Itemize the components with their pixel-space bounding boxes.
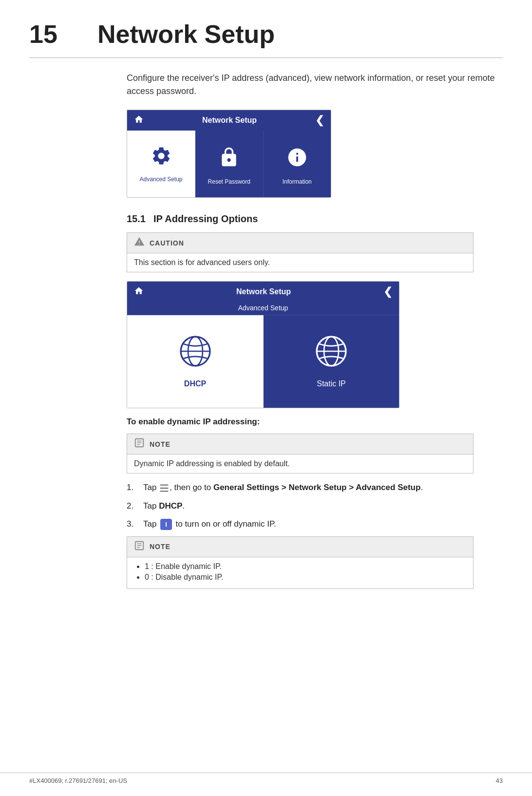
page-footer: #LX400069; r.27691/27691; en-US 43 — [0, 773, 532, 784]
home-icon — [134, 114, 144, 127]
section-title: IP Addressing Options — [153, 213, 258, 225]
device-screen-1: Network Setup ❮ Advanced Setup — [127, 110, 331, 198]
footer-page-num: 43 — [496, 777, 503, 784]
screen2-home-icon — [134, 286, 144, 298]
staticip-label: Static IP — [317, 379, 346, 388]
screen2-subtitle: Advanced Setup — [127, 302, 399, 315]
screen2-staticip-panel: Static IP — [264, 315, 399, 408]
instruction-3: 3. Tap I to turn on or off dynamic IP. — [127, 518, 474, 531]
step2-text: Tap DHCP. — [143, 500, 474, 512]
gear-icon — [151, 145, 172, 171]
screen1-panel-info: Information — [264, 131, 331, 197]
caution-header: CAUTION — [127, 233, 473, 253]
chapter-title: Network Setup — [97, 19, 275, 49]
screen1-left-label: Advanced Setup — [139, 176, 182, 183]
instruction-2: 2. Tap DHCP. — [127, 500, 474, 512]
staticip-globe-icon — [315, 335, 348, 373]
instruction-1: 1. Tap , then go to General Settings > N… — [127, 481, 474, 494]
caution-icon — [134, 236, 145, 249]
screen2-topbar: Network Setup ❮ — [127, 282, 399, 302]
page-header: 15 Network Setup — [29, 19, 503, 49]
dhcp-label: DHCP — [184, 379, 206, 388]
note2-header: NOTE — [127, 537, 473, 557]
screen1-panel-reset-label: Reset Password — [208, 178, 250, 185]
caution-body-text: This section is for advanced users only. — [134, 258, 270, 266]
note2-bullet-1: 1 : Enable dynamic IP. — [145, 562, 466, 571]
intro-text: Configure the receiver's IP address (adv… — [127, 72, 503, 98]
note2-label: NOTE — [150, 543, 171, 550]
note2-body: 1 : Enable dynamic IP. 0 : Disable dynam… — [127, 557, 473, 588]
step3-num: 3. — [127, 518, 143, 531]
note2-icon — [134, 540, 145, 553]
screen1-left-panel: Advanced Setup — [127, 131, 195, 197]
device-screen-2: Network Setup ❮ Advanced Setup DHCP — [127, 281, 399, 408]
info-icon — [286, 147, 308, 172]
instructions-section: To enable dynamic IP addressing: NOTE Dy… — [127, 417, 474, 589]
note1-body-text: Dynamic IP addressing is enabled by defa… — [134, 459, 290, 468]
section-heading: 15.1 IP Addressing Options — [127, 213, 503, 225]
toggle-button: I — [160, 519, 172, 531]
chapter-number: 15 — [29, 19, 68, 49]
back-icon: ❮ — [315, 114, 324, 127]
screen1-panel-reset: Reset Password — [195, 131, 264, 197]
header-rule — [29, 57, 503, 58]
step3-text: Tap I to turn on or off dynamic IP. — [143, 518, 474, 531]
note1-icon — [134, 437, 145, 451]
note-box-2: NOTE 1 : Enable dynamic IP. 0 : Disable … — [127, 536, 474, 589]
note1-label: NOTE — [150, 440, 171, 448]
page-container: 15 Network Setup Configure the receiver'… — [0, 0, 532, 796]
screen2-body: DHCP Static IP — [127, 315, 399, 408]
screen1-body: Advanced Setup Reset Password — [127, 131, 331, 197]
screen1-topbar-title: Network Setup — [144, 116, 315, 125]
screen2-dhcp-panel: DHCP — [127, 315, 264, 408]
step2-num: 2. — [127, 500, 143, 512]
footer-doc-id: #LX400069; r.27691/27691; en-US — [29, 777, 127, 784]
step1-num: 1. — [127, 481, 143, 494]
svg-rect-11 — [160, 488, 169, 489]
note1-body: Dynamic IP addressing is enabled by defa… — [127, 455, 473, 473]
screen2-topbar-title: Network Setup — [144, 287, 383, 296]
caution-body: This section is for advanced users only. — [127, 253, 473, 272]
caution-label: CAUTION — [150, 239, 184, 247]
screen1-right-panels: Reset Password Information — [195, 131, 331, 197]
screen1-topbar: Network Setup ❮ — [127, 110, 331, 131]
note1-header: NOTE — [127, 434, 473, 455]
dynamic-ip-heading: To enable dynamic IP addressing: — [127, 417, 474, 427]
svg-rect-10 — [160, 484, 169, 485]
screen1-panel-info-label: Information — [283, 178, 312, 185]
section-num: 15.1 — [127, 213, 146, 225]
note2-bullet-2: 0 : Disable dynamic IP. — [145, 573, 466, 582]
dhcp-globe-icon — [179, 335, 212, 373]
svg-rect-12 — [160, 491, 169, 492]
screen2-back-icon: ❮ — [383, 285, 392, 298]
step1-text: Tap , then go to General Settings > Netw… — [143, 481, 474, 494]
lock-icon — [218, 147, 240, 172]
caution-box: CAUTION This section is for advanced use… — [127, 232, 474, 272]
note-box-1: NOTE Dynamic IP addressing is enabled by… — [127, 434, 474, 474]
